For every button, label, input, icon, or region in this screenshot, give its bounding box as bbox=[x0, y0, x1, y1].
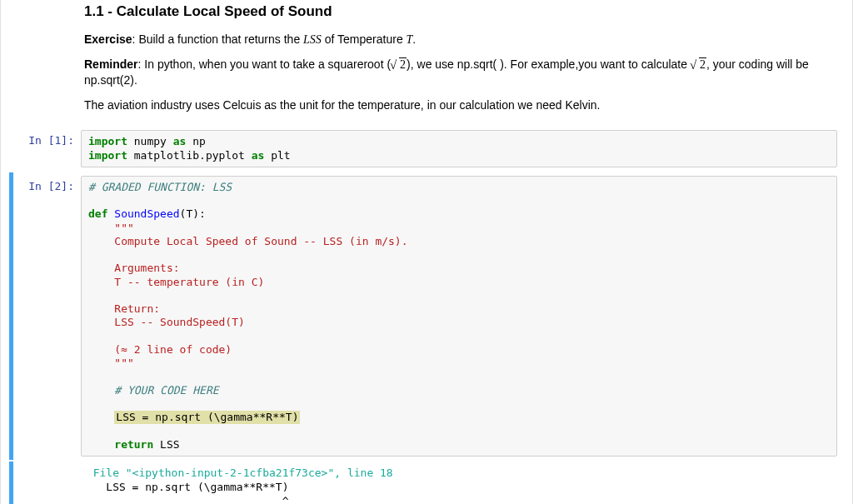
notebook: 1.1 - Calculate Local Speed of Sound Exe… bbox=[0, 0, 853, 504]
exercise-paragraph: Exercise: Build a function that returns … bbox=[84, 32, 839, 48]
prompt-in-1: In [1]: bbox=[16, 130, 81, 167]
highlighted-line: LSS = np.sqrt (\gamma**R**T) bbox=[114, 411, 300, 424]
note-paragraph: The aviation industry uses Celcuis as th… bbox=[84, 97, 839, 114]
prompt-in-2: In [2]: bbox=[16, 176, 81, 457]
code-cell-2[interactable]: In [2]: # GRADED FUNCTION: LSS def Sound… bbox=[9, 172, 844, 460]
error-output: File "<ipython-input-2-1cfba21f73ce>", l… bbox=[78, 462, 837, 504]
code-input-1[interactable]: import numpy as np import matplotlib.pyp… bbox=[81, 130, 837, 167]
output-cell-2: File "<ipython-input-2-1cfba21f73ce>", l… bbox=[9, 462, 844, 504]
section-heading: 1.1 - Calculate Local Speed of Sound bbox=[84, 3, 839, 20]
code-input-2[interactable]: # GRADED FUNCTION: LSS def SoundSpeed(T)… bbox=[81, 176, 837, 457]
code-cell-1[interactable]: In [1]: import numpy as np import matplo… bbox=[9, 127, 844, 171]
reminder-paragraph: Reminder: In python, when you want to ta… bbox=[84, 57, 839, 89]
markdown-cell: 1.1 - Calculate Local Speed of Sound Exe… bbox=[9, 0, 844, 125]
